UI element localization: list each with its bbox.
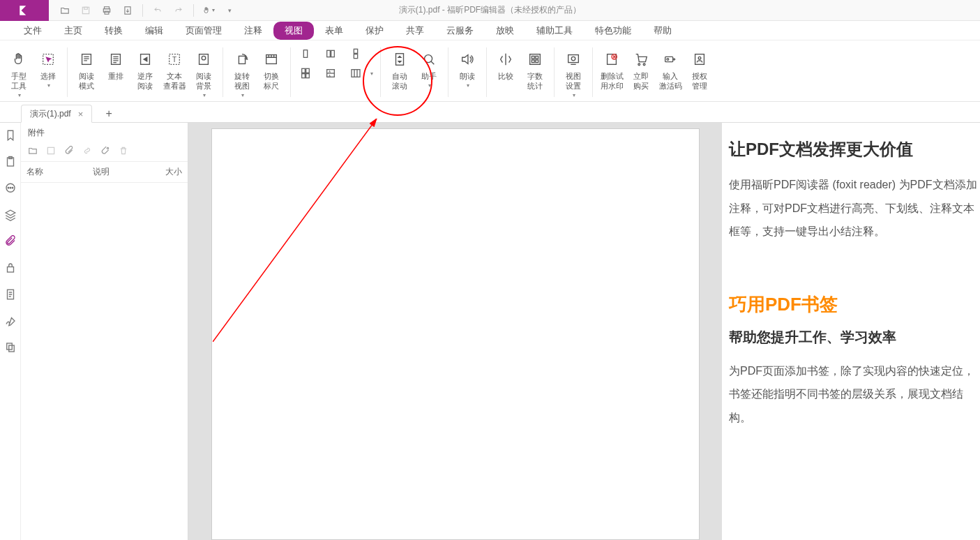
- promo-heading-1: 让PDF文档发挥更大价值: [729, 138, 980, 160]
- buy-now-button[interactable]: 立即 购买: [626, 46, 656, 91]
- view-settings-button[interactable]: 视图 设置: [559, 46, 588, 100]
- panel-save-icon[interactable]: [46, 146, 57, 157]
- page-view-modes: AA ▾: [294, 43, 377, 101]
- workspace: 附件 名称 说明 大小 让PDF文档发挥更大价值 使用福昕PDF阅读器 (fox…: [0, 123, 980, 540]
- panel-delete-icon[interactable]: [119, 146, 130, 157]
- split-vertical-icon[interactable]: [345, 66, 366, 81]
- enter-key-button[interactable]: 输入 激活码: [656, 46, 685, 91]
- qat-dropdown-icon[interactable]: ▾: [223, 4, 236, 17]
- stamp-icon[interactable]: [3, 340, 17, 354]
- rotate-view-button[interactable]: 旋转 视图: [227, 46, 257, 100]
- save-icon[interactable]: [80, 4, 92, 17]
- svg-rect-36: [568, 55, 579, 63]
- toggle-ruler-button[interactable]: 切换 标尺: [257, 46, 286, 91]
- promo-heading-2: 巧用PDF书签: [729, 292, 980, 317]
- menu-convert[interactable]: 转换: [93, 22, 134, 40]
- signature-icon[interactable]: [3, 314, 17, 328]
- svg-point-45: [698, 57, 701, 59]
- menu-help[interactable]: 帮助: [642, 22, 683, 40]
- document-canvas[interactable]: [188, 123, 722, 540]
- auto-scroll-button[interactable]: 自动 滚动: [385, 46, 414, 91]
- security-icon[interactable]: [3, 261, 17, 275]
- col-name[interactable]: 名称: [21, 162, 87, 182]
- menu-accessibility[interactable]: 辅助工具: [525, 22, 584, 40]
- menu-share[interactable]: 共享: [395, 22, 435, 40]
- close-tab-icon[interactable]: ×: [78, 109, 84, 119]
- svg-point-49: [8, 188, 9, 189]
- separator: [193, 4, 194, 17]
- menu-view[interactable]: 视图: [273, 22, 314, 40]
- svg-rect-22: [306, 68, 310, 73]
- single-page-icon[interactable]: [295, 46, 316, 61]
- svg-point-40: [638, 63, 640, 66]
- menu-home[interactable]: 主页: [53, 22, 93, 40]
- document-tab[interactable]: 演示(1).pdf ×: [21, 105, 92, 123]
- menu-form[interactable]: 表单: [314, 22, 354, 40]
- svg-rect-24: [306, 74, 310, 78]
- two-page-icon[interactable]: [320, 46, 341, 61]
- continuous-icon[interactable]: [345, 46, 366, 61]
- svg-rect-28: [352, 70, 360, 77]
- col-size[interactable]: 大小: [158, 162, 188, 182]
- view-mode-dropdown[interactable]: ▾: [370, 66, 376, 81]
- form-icon[interactable]: [3, 287, 17, 301]
- new-tab-button[interactable]: +: [100, 105, 117, 122]
- svg-rect-17: [327, 50, 331, 57]
- word-count-button[interactable]: 字数 统计: [520, 46, 550, 91]
- promo-sidebar: 让PDF文档发挥更大价值 使用福昕PDF阅读器 (foxit reader) 为…: [722, 123, 980, 540]
- license-manage-button[interactable]: 授权 管理: [685, 46, 714, 91]
- redo-icon[interactable]: [172, 4, 185, 17]
- read-mode-button[interactable]: 阅读 模式: [72, 46, 101, 91]
- menu-protect[interactable]: 保护: [354, 22, 395, 40]
- text-viewer-button[interactable]: T文本 查看器: [160, 46, 189, 91]
- menu-cloud[interactable]: 云服务: [435, 22, 485, 40]
- svg-rect-33: [536, 56, 538, 59]
- print-icon[interactable]: [100, 4, 113, 17]
- compare-button[interactable]: 比较: [491, 46, 520, 81]
- split-horizontal-icon[interactable]: AA: [320, 66, 341, 81]
- assistant-button[interactable]: 助手: [414, 46, 444, 91]
- menu-file[interactable]: 文件: [13, 22, 53, 40]
- bookmark-icon[interactable]: [3, 128, 17, 142]
- menu-bar: 文件 主页 转换 编辑 页面管理 注释 视图 表单 保护 共享 云服务 放映 辅…: [0, 21, 980, 40]
- undo-icon[interactable]: [151, 4, 164, 17]
- clipboard-icon[interactable]: [3, 155, 17, 169]
- open-icon[interactable]: [59, 4, 71, 17]
- panel-link-icon[interactable]: [82, 146, 93, 157]
- panel-title: 附件: [21, 123, 188, 143]
- continuous-two-icon[interactable]: [295, 66, 316, 81]
- hand-icon[interactable]: ▾: [202, 4, 215, 17]
- reflow-button[interactable]: 重排: [101, 46, 130, 81]
- col-desc[interactable]: 说明: [87, 162, 158, 182]
- title-bar: ▾ ▾ 演示(1).pdf - 福昕PDF编辑器（未经授权的产品）: [0, 0, 980, 21]
- export-icon[interactable]: [121, 4, 134, 17]
- panel-attach-icon[interactable]: [64, 146, 75, 157]
- attachment-icon[interactable]: [3, 234, 17, 248]
- remove-watermark-button[interactable]: 删除试 用水印: [597, 46, 626, 91]
- svg-text:A: A: [329, 74, 331, 77]
- menu-features[interactable]: 特色功能: [584, 22, 642, 40]
- hand-tool-button[interactable]: 手型 工具: [4, 46, 33, 100]
- svg-rect-29: [396, 54, 404, 66]
- ribbon: 手型 工具 选择 阅读 模式 重排 逆序 阅读 T文本 查看器 阅读 背景 旋转…: [0, 40, 980, 102]
- read-aloud-button[interactable]: 朗读: [453, 46, 482, 91]
- svg-text:T: T: [172, 56, 176, 63]
- svg-rect-35: [536, 60, 538, 63]
- menu-page[interactable]: 页面管理: [174, 22, 233, 40]
- read-background-button[interactable]: 阅读 背景: [189, 46, 218, 100]
- svg-rect-16: [303, 50, 307, 58]
- svg-rect-18: [331, 50, 335, 57]
- panel-toolbar: [21, 143, 188, 162]
- comment-icon[interactable]: [3, 181, 17, 195]
- panel-pin-icon[interactable]: [100, 146, 112, 157]
- menu-present[interactable]: 放映: [485, 22, 525, 40]
- menu-comment[interactable]: 注释: [233, 22, 273, 40]
- select-tool-button[interactable]: 选择: [33, 46, 63, 91]
- svg-rect-1: [84, 7, 88, 9]
- layers-icon[interactable]: [3, 208, 17, 222]
- panel-open-icon[interactable]: [28, 146, 39, 157]
- promo-heading-3: 帮助您提升工作、学习效率: [729, 328, 980, 347]
- reverse-read-button[interactable]: 逆序 阅读: [130, 46, 160, 91]
- menu-edit[interactable]: 编辑: [134, 22, 174, 40]
- document-tab-bar: 演示(1).pdf × +: [0, 102, 980, 123]
